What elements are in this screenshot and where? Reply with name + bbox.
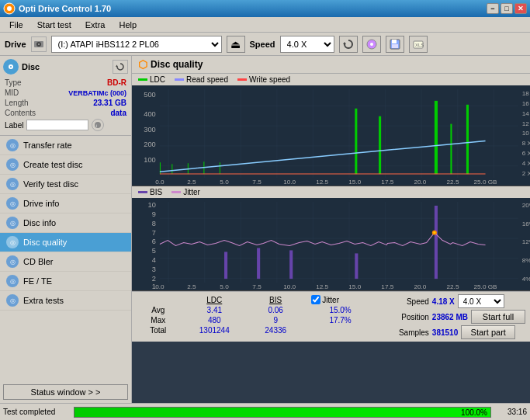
nav-disc-info[interactable]: ◎ Disc info <box>0 213 131 233</box>
nav-icon-extra-tests: ◎ <box>6 294 19 307</box>
bis-color <box>138 191 147 193</box>
svg-rect-87 <box>289 250 293 279</box>
svg-text:4: 4 <box>152 256 156 264</box>
nav-transfer-rate[interactable]: ◎ Transfer rate <box>0 136 131 155</box>
save-button[interactable] <box>386 36 404 53</box>
svg-text:20.0: 20.0 <box>414 283 426 290</box>
legend-read-speed: Read speed <box>175 75 228 84</box>
disc-header: Disc <box>3 59 128 75</box>
position-key: Position <box>386 313 429 321</box>
svg-text:12.5: 12.5 <box>316 283 328 290</box>
status-window-button[interactable]: Status window > > <box>3 384 128 400</box>
menu-help[interactable]: Help <box>113 19 143 31</box>
jitter-checkbox[interactable] <box>311 295 320 304</box>
top-chart-legend: LDC Read speed Write speed <box>132 74 530 85</box>
nav-drive-info[interactable]: ◎ Drive info <box>0 194 131 213</box>
total-ldc: 1301244 <box>180 325 250 335</box>
drive-select[interactable]: (I:) ATAPI iHBS112 2 PL06 <box>51 36 222 53</box>
svg-text:10.0: 10.0 <box>283 179 296 186</box>
svg-text:500: 500 <box>144 91 155 99</box>
svg-text:6: 6 <box>152 238 156 246</box>
progress-fill <box>74 408 490 417</box>
label-icon-btn[interactable]: i <box>92 119 104 131</box>
nav-extra-tests[interactable]: ◎ Extra tests <box>0 291 131 311</box>
svg-rect-20 <box>160 89 518 178</box>
nav-icon-drive-info: ◎ <box>6 197 19 210</box>
speed-select-sm[interactable]: 4.0 X <box>458 294 504 308</box>
progress-bar-area: Test completed 100.0% 33:16 <box>0 403 530 420</box>
top-chart: 500 400 300 200 100 18 X 16 X 14 X 12 X … <box>132 85 530 186</box>
svg-rect-52 <box>379 116 381 174</box>
title-bar: Opti Drive Control 1.70 − □ ✕ <box>0 0 530 17</box>
nav-verify-test-disc[interactable]: ◎ Verify test disc <box>0 175 131 194</box>
disc-quality-icon: ⬡ <box>138 58 147 71</box>
svg-point-4 <box>38 43 40 45</box>
progress-percent: 100.0% <box>461 408 487 418</box>
svg-text:100: 100 <box>144 156 155 164</box>
maximize-button[interactable]: □ <box>501 3 513 14</box>
disc-refresh-btn[interactable] <box>113 60 128 74</box>
svg-marker-16 <box>116 65 118 68</box>
nav-cd-bler[interactable]: ◎ CD Bler <box>0 252 131 272</box>
start-full-button[interactable]: Start full <box>471 310 525 324</box>
drive-icon <box>31 36 47 52</box>
svg-rect-85 <box>224 252 227 279</box>
svg-rect-47 <box>171 164 172 174</box>
svg-text:20.0: 20.0 <box>414 179 426 186</box>
svg-text:4%: 4% <box>522 276 530 283</box>
speed-select[interactable]: 4.0 X <box>280 36 334 53</box>
stats-table: LDC BIS Jitter Avg 3.41 0.06 <box>137 294 379 335</box>
svg-text:15.0: 15.0 <box>348 283 361 290</box>
top-chart-svg: 500 400 300 200 100 18 X 16 X 14 X 12 X … <box>132 85 530 186</box>
nav-disc-quality[interactable]: ◎ Disc quality <box>0 233 131 252</box>
svg-text:10 X: 10 X <box>522 130 530 137</box>
ldc-header: LDC <box>180 294 250 305</box>
svg-rect-86 <box>257 248 260 279</box>
avg-label: Avg <box>137 305 180 315</box>
menu-file[interactable]: File <box>3 19 29 31</box>
svg-text:0.0: 0.0 <box>155 283 165 290</box>
svg-text:2.5: 2.5 <box>187 179 196 186</box>
jitter-checkbox-row: Jitter <box>311 295 376 304</box>
samples-row: Samples 381510 Start part <box>386 325 525 339</box>
refresh-button[interactable] <box>339 36 358 53</box>
position-val: 23862 MB <box>432 313 468 321</box>
left-panel: Disc Type BD-R MID VERBATIMc (000) Lengt… <box>0 56 132 403</box>
svg-text:10: 10 <box>148 201 156 209</box>
svg-rect-50 <box>220 162 220 174</box>
bottom-chart-legend: BIS Jitter <box>132 186 530 198</box>
disc-length-row: Length 23.31 GB <box>3 98 128 108</box>
close-button[interactable]: ✕ <box>514 3 527 14</box>
svg-text:6 X: 6 X <box>522 150 530 157</box>
nav-icon-disc-quality: ◎ <box>6 236 19 248</box>
svg-text:i: i <box>96 123 97 128</box>
svg-text:12%: 12% <box>522 239 530 246</box>
svg-text:8: 8 <box>152 220 156 227</box>
write-speed-color <box>237 78 247 81</box>
nav-icon-verify-test-disc: ◎ <box>6 178 19 190</box>
nav-icon-fe-te: ◎ <box>6 275 19 287</box>
menu-extra[interactable]: Extra <box>79 19 112 31</box>
window-controls: − □ ✕ <box>487 3 527 14</box>
eject-button[interactable]: ⏏ <box>227 36 245 53</box>
menu-start-test[interactable]: Start test <box>31 19 78 31</box>
speed-key: Speed <box>386 297 429 306</box>
disc-label-input[interactable] <box>26 120 88 130</box>
svg-text:20%: 20% <box>522 202 530 209</box>
svg-text:200: 200 <box>144 141 155 149</box>
svg-point-15 <box>10 66 12 68</box>
svg-text:400: 400 <box>144 110 155 118</box>
nav-icon-cd-bler: ◎ <box>6 255 19 268</box>
svg-text:2: 2 <box>152 275 156 283</box>
svg-marker-5 <box>343 42 346 44</box>
nav-fe-te[interactable]: ◎ FE / TE <box>0 272 131 291</box>
start-part-button[interactable]: Start part <box>461 325 515 339</box>
avg-ldc: 3.41 <box>180 305 250 315</box>
stats-area: LDC BIS Jitter Avg 3.41 0.06 <box>132 291 530 342</box>
svg-text:7.5: 7.5 <box>252 283 262 290</box>
disc-button[interactable] <box>362 36 381 53</box>
nav-create-test-disc[interactable]: ◎ Create test disc <box>0 155 131 175</box>
disc-mid-row: MID VERBATIMc (000) <box>3 88 128 98</box>
minimize-button[interactable]: − <box>487 3 499 14</box>
export-button[interactable]: XLS <box>409 36 428 53</box>
